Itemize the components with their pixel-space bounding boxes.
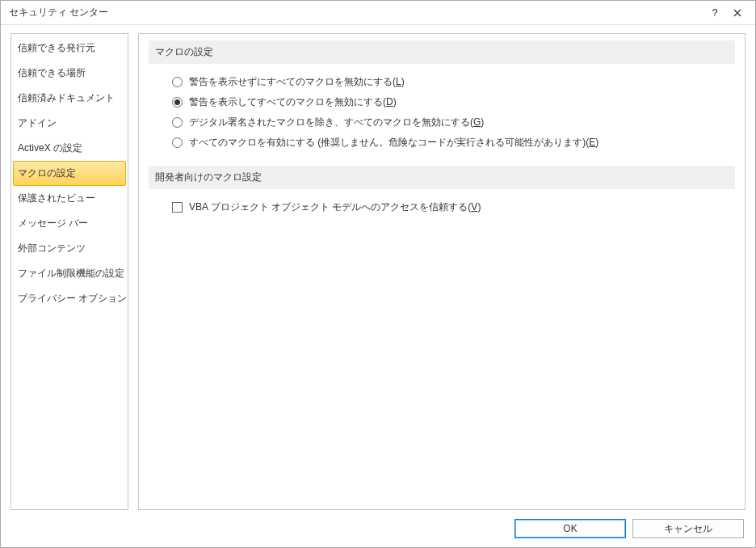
radio-label: デジタル署名されたマクロを除き、すべてのマクロを無効にする(G) xyxy=(189,116,484,129)
sidebar-item-label: アドイン xyxy=(18,117,57,129)
section-header-developer: 開発者向けのマクロ設定 xyxy=(149,166,735,189)
titlebar: セキュリティ センター ? xyxy=(1,1,755,25)
sidebar-item-label: 信頼済みドキュメント xyxy=(18,92,115,103)
security-center-dialog: セキュリティ センター ? 信頼できる発行元 信頼できる場所 信頼済みドキュメン… xyxy=(0,0,756,548)
sidebar-item-trusted-publishers[interactable]: 信頼できる発行元 xyxy=(13,36,126,61)
radio-option-disable-no-warning[interactable]: 警告を表示せずにすべてのマクロを無効にする(L) xyxy=(171,72,735,92)
checkbox-trust-vba-model[interactable]: VBA プロジェクト オブジェクト モデルへのアクセスを信頼する(V) xyxy=(171,197,735,217)
dialog-body: 信頼できる発行元 信頼できる場所 信頼済みドキュメント アドイン ActiveX… xyxy=(1,25,755,510)
help-button[interactable]: ? xyxy=(704,2,726,24)
sidebar-item-addins[interactable]: アドイン xyxy=(13,111,126,136)
checkbox-label: VBA プロジェクト オブジェクト モデルへのアクセスを信頼する(V) xyxy=(189,200,481,214)
close-icon xyxy=(733,9,741,17)
sidebar-item-trusted-locations[interactable]: 信頼できる場所 xyxy=(13,61,126,86)
sidebar-item-external-content[interactable]: 外部コンテンツ xyxy=(13,236,126,261)
sidebar-item-file-block-settings[interactable]: ファイル制限機能の設定 xyxy=(13,261,126,286)
radio-icon xyxy=(171,137,183,149)
radio-label: 警告を表示せずにすべてのマクロを無効にする(L) xyxy=(189,75,405,89)
sidebar-item-activex-settings[interactable]: ActiveX の設定 xyxy=(13,136,126,161)
radio-label: 警告を表示してすべてのマクロを無効にする(D) xyxy=(189,95,397,109)
sidebar-item-label: マクロの設定 xyxy=(18,167,76,179)
content-pane: マクロの設定 警告を表示せずにすべてのマクロを無効にする(L) 警告を表示してす… xyxy=(138,33,746,510)
section-header-macro: マクロの設定 xyxy=(149,40,735,64)
window-title: セキュリティ センター xyxy=(9,6,704,19)
radio-icon xyxy=(171,77,183,88)
sidebar-item-privacy-options[interactable]: プライバシー オプション xyxy=(13,286,126,311)
radio-icon xyxy=(171,97,183,108)
sidebar-item-message-bar[interactable]: メッセージ バー xyxy=(13,211,126,236)
radio-icon xyxy=(171,117,183,129)
sidebar-item-label: 信頼できる発行元 xyxy=(18,42,95,53)
sidebar-item-label: ファイル制限機能の設定 xyxy=(18,268,124,279)
radio-option-disable-except-signed[interactable]: デジタル署名されたマクロを除き、すべてのマクロを無効にする(G) xyxy=(171,112,735,133)
sidebar: 信頼できる発行元 信頼できる場所 信頼済みドキュメント アドイン ActiveX… xyxy=(10,33,128,510)
checkbox-icon xyxy=(171,202,183,213)
ok-button[interactable]: OK xyxy=(514,519,626,538)
sidebar-item-macro-settings[interactable]: マクロの設定 xyxy=(13,161,126,186)
macro-radio-group: 警告を表示せずにすべてのマクロを無効にする(L) 警告を表示してすべてのマクロを… xyxy=(149,72,735,153)
sidebar-item-label: 外部コンテンツ xyxy=(18,242,86,254)
sidebar-item-label: メッセージ バー xyxy=(18,217,88,229)
radio-option-disable-with-warning[interactable]: 警告を表示してすべてのマクロを無効にする(D) xyxy=(171,92,735,112)
radio-label: すべてのマクロを有効にする (推奨しません。危険なコードが実行される可能性があり… xyxy=(189,136,598,150)
sidebar-item-label: 保護されたビュー xyxy=(18,192,95,204)
sidebar-item-label: プライバシー オプション xyxy=(18,293,127,304)
close-button[interactable] xyxy=(726,2,749,24)
sidebar-item-label: ActiveX の設定 xyxy=(18,142,82,154)
sidebar-item-label: 信頼できる場所 xyxy=(18,67,86,78)
radio-option-enable-all[interactable]: すべてのマクロを有効にする (推奨しません。危険なコードが実行される可能性があり… xyxy=(171,133,735,153)
dialog-footer: OK キャンセル xyxy=(1,510,755,547)
cancel-button[interactable]: キャンセル xyxy=(632,519,744,538)
sidebar-item-protected-view[interactable]: 保護されたビュー xyxy=(13,186,126,211)
sidebar-item-trusted-documents[interactable]: 信頼済みドキュメント xyxy=(13,86,126,111)
developer-group: VBA プロジェクト オブジェクト モデルへのアクセスを信頼する(V) xyxy=(149,197,735,217)
